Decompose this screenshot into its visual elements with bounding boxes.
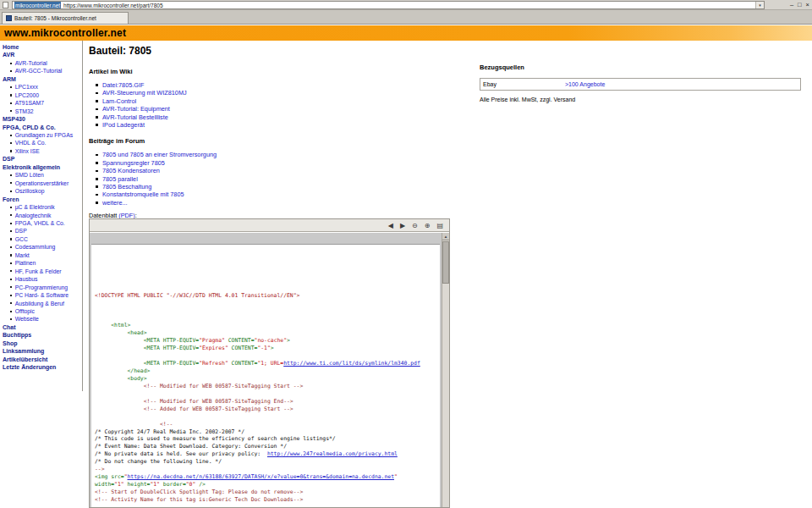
scrollbar-thumb[interactable] <box>442 241 449 284</box>
sidebar-item-fpga-vhdl-co[interactable]: FPGA, VHDL & Co. <box>3 219 82 227</box>
bullet-icon <box>10 286 12 288</box>
list-item-avr-tutorial-equipment[interactable]: AVR-Tutorial: Equipment <box>89 105 478 113</box>
sidebar-item-c-elektronik[interactable]: µC & Elektronik <box>3 203 82 211</box>
code-line: <img src="https://na.decdna.net/n/63188/… <box>95 473 440 481</box>
sidebar-item-operationsverst-rker[interactable]: Operationsverstärker <box>3 179 82 187</box>
next-page-icon[interactable]: ▶ <box>400 220 405 231</box>
code-line <box>95 390 440 398</box>
list-item-avr-steuerung-mit-wiz810mj[interactable]: AVR-Steuerung mit WIZ810MJ <box>89 89 478 97</box>
zoom-in-icon[interactable]: ⊕ <box>425 220 431 231</box>
sidebar-section-shop[interactable]: Shop <box>3 340 82 347</box>
sidebar-section-msp430[interactable]: MSP430 <box>3 115 82 123</box>
sidebar-item-grundlagen-zu-fpgas[interactable]: Grundlagen zu FPGAs <box>3 131 82 139</box>
list-item-konstantstromquelle-mit-7805[interactable]: Konstantstromquelle mit 7805 <box>89 190 478 198</box>
sidebar-item-offtopic[interactable]: Offtopic <box>3 307 82 315</box>
source-vendor: Ebay <box>480 81 565 87</box>
wiki-section-heading: Artikel im Wiki <box>89 68 478 75</box>
bullet-icon <box>10 311 12 312</box>
sidebar-item-stm32[interactable]: STM32 <box>3 108 82 115</box>
window-controls: –□× <box>790 0 809 10</box>
sidebar-item-avr-tutorial[interactable]: AVR-Tutorial <box>3 59 82 67</box>
sidebar-divider <box>82 41 83 391</box>
sidebar-item-pc-programmierung[interactable]: PC-Programmierung <box>3 284 82 291</box>
list-item-7805-und-7805-an-einer-stromversorgung[interactable]: 7805 und 7805 an einer Stromversorgung <box>89 151 478 158</box>
list-item-lam-control[interactable]: Lam-Control <box>89 97 478 105</box>
scrollbar-up-icon[interactable]: ▲ <box>442 233 449 240</box>
sidebar-item-avr-gcc-tutorial[interactable]: AVR-GCC-Tutorial <box>3 67 82 75</box>
minimize-button[interactable]: – <box>790 1 793 9</box>
sidebar-item-webseite[interactable]: Webseite <box>3 315 82 323</box>
viewer-scrollbar[interactable]: ▲ <box>442 233 449 507</box>
code-line <box>95 269 440 277</box>
export-icon[interactable]: ▤ <box>436 220 443 231</box>
list-item-ipod-ladeger-t[interactable]: IPod Ladegerät <box>89 121 478 129</box>
site-title: www.mikrocontroller.net <box>0 27 126 39</box>
wiki-links: Datei:7805.GIFAVR-Steuerung mit WIZ810MJ… <box>89 81 478 129</box>
sidebar-section-letzte-nderungen[interactable]: Letzte Änderungen <box>3 363 82 371</box>
bullet-icon <box>10 135 12 136</box>
tab-title: Bauteil: 7805 - Mikrocontroller.net <box>14 15 96 21</box>
sidebar-item-ausbildung-beruf[interactable]: Ausbildung & Beruf <box>3 300 82 307</box>
url-dropdown-icon[interactable]: ▾ <box>755 2 764 8</box>
sidebar-section-avr[interactable]: AVR <box>3 51 82 58</box>
list-item-7805-parallel[interactable]: 7805 parallel <box>89 175 478 183</box>
code-line: <html> <box>95 322 440 329</box>
code-line: width="1" height="1" border="0" /> <box>95 481 440 489</box>
sidebar-section-arm[interactable]: ARM <box>3 75 82 83</box>
sidebar-item-dsp[interactable]: DSP <box>3 227 82 235</box>
sidebar-section-elektronik-allgemein[interactable]: Elektronik allgemein <box>3 163 82 171</box>
sidebar-section-linksammlung[interactable]: Linksammlung <box>3 347 82 355</box>
close-button[interactable]: × <box>806 1 809 9</box>
sidebar-item-lpc1xxx[interactable]: LPC1xxx <box>3 83 82 91</box>
bullet-icon <box>10 302 12 304</box>
list-item-datei-7805-gif[interactable]: Datei:7805.GIF <box>89 81 478 89</box>
sidebar-section-fpga-cpld-co[interactable]: FPGA, CPLD & Co. <box>3 124 82 131</box>
list-item-7805-beschaltung[interactable]: 7805 Beschaltung <box>89 183 478 190</box>
sidebar-item-oszilloskop[interactable]: Oszilloskop <box>3 187 82 195</box>
source-offer-link[interactable]: >100 Angebote <box>565 81 605 87</box>
sidebar-section-chat[interactable]: Chat <box>3 323 82 331</box>
sidebar-item-pc-hard-software[interactable]: PC Hard- & Software <box>3 291 82 299</box>
sidebar-item-markt[interactable]: Markt <box>3 251 82 259</box>
sidebar-item-smd-l-ten[interactable]: SMD Löten <box>3 171 82 179</box>
code-line <box>95 307 440 315</box>
code-line <box>95 277 440 284</box>
sidebar-item-at91sam7[interactable]: AT91SAM7 <box>3 99 82 107</box>
list-item-avr-tutorial-bestellliste[interactable]: AVR-Tutorial Bestellliste <box>89 113 478 121</box>
sidebar-item-lpc2000[interactable]: LPC2000 <box>3 91 82 99</box>
code-line: <!-- Modified for WEB 00587-SiteTagging … <box>95 398 440 406</box>
sidebar-section-home[interactable]: Home <box>3 43 82 51</box>
sidebar-section-foren[interactable]: Foren <box>3 196 82 203</box>
bullet-icon <box>10 254 12 256</box>
bullet-icon <box>10 279 12 280</box>
sidebar-item-platinen[interactable]: Platinen <box>3 259 82 267</box>
bullet-icon <box>96 100 98 102</box>
tab-bauteil-7805[interactable]: Bauteil: 7805 - Mikrocontroller.net <box>2 12 129 25</box>
list-item-7805-kondensatoren[interactable]: 7805 Kondensatoren <box>89 167 478 174</box>
code-line: <!DOCTYPE HTML PUBLIC "-//W3C//DTD HTML … <box>95 292 440 300</box>
prev-page-icon[interactable]: ◀ <box>388 220 393 231</box>
sidebar-item-analogtechnik[interactable]: Analogtechnik <box>3 212 82 219</box>
sidebar-item-gcc[interactable]: GCC <box>3 235 82 243</box>
bullet-icon <box>10 246 12 248</box>
sidebar-section-artikel-bersicht[interactable]: Artikelübersicht <box>3 356 82 363</box>
page-icon <box>3 2 8 8</box>
zoom-out-icon[interactable]: ⊖ <box>412 220 418 231</box>
page-title: Bauteil: 7805 <box>89 45 478 57</box>
maximize-button[interactable]: □ <box>798 1 802 9</box>
sidebar-section-buchtipps[interactable]: Buchtipps <box>3 331 82 339</box>
sidebar-item-codesammlung[interactable]: Codesammlung <box>3 243 82 251</box>
sidebar-section-dsp[interactable]: DSP <box>3 155 82 163</box>
bullet-icon <box>96 84 98 86</box>
sidebar-item-xilinx-ise[interactable]: Xilinx ISE <box>3 147 82 155</box>
bullet-icon <box>10 86 12 88</box>
code-line: /* Event Name: Data Sheet Download. Cate… <box>95 443 440 450</box>
sidebar-item-hf-funk-felder[interactable]: HF, Funk & Felder <box>3 268 82 275</box>
code-line <box>95 314 440 322</box>
list-item-weitere[interactable]: weitere... <box>89 199 478 207</box>
url-bar[interactable]: mikrocontroller.net https://www.mikrocon… <box>12 1 765 9</box>
list-item-spannungsregler-7805[interactable]: Spannungsregler 7805 <box>89 159 478 167</box>
code-line: /* Do not change the following line. */ <box>95 458 440 466</box>
sidebar-item-hausbus[interactable]: Hausbus <box>3 275 82 283</box>
sidebar-item-vhdl-co[interactable]: VHDL & Co. <box>3 139 82 146</box>
